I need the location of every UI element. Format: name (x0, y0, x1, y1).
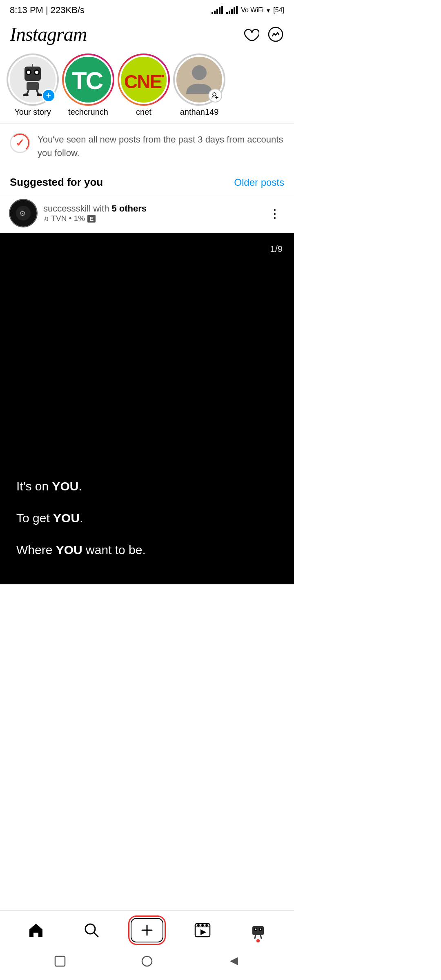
seen-all-checkmark: ✓ (10, 133, 30, 153)
suggested-header: Suggested for you Older posts (0, 169, 294, 193)
suggested-title: Suggested for you (10, 176, 103, 189)
status-icons: Vo WiFi ▾ [54] (212, 6, 284, 14)
wifi-icon: ▾ (267, 7, 270, 14)
follow-story-button[interactable] (208, 89, 222, 102)
explicit-badge: E (87, 215, 96, 223)
music-info: TVN • 1% (51, 214, 85, 223)
story-label-anthan149: anthan149 (180, 107, 219, 117)
post-content: 1/9 It's on YOU. To get YOU. Where YOU w… (0, 233, 294, 584)
app-logo: Instagram (10, 23, 87, 45)
seen-all-banner: ✓ You've seen all new posts from the pas… (0, 123, 294, 169)
your-story-avatar-wrap[interactable]: + (8, 55, 57, 104)
author-meta: ♫ TVN • 1% E (43, 214, 265, 223)
messenger-icon[interactable] (267, 26, 284, 43)
post-counter: 1/9 (270, 244, 283, 254)
older-posts-button[interactable]: Older posts (234, 177, 284, 188)
header-action-icons (242, 26, 284, 43)
signal-bars-1 (212, 6, 223, 14)
more-options-button[interactable]: ⋮ (265, 206, 284, 220)
story-label-cnet: cnet (136, 107, 151, 117)
post-text: It's on YOU. To get YOU. Where YOU want … (16, 477, 278, 560)
author-name: successskill with 5 others (43, 203, 265, 214)
seen-all-text: You've seen all new posts from the past … (38, 133, 284, 160)
svg-text:TC: TC (72, 67, 103, 94)
post-author-row: ⚙ successskill with 5 others ♫ TVN • 1% … (0, 193, 294, 233)
svg-point-0 (269, 27, 283, 41)
status-bar: 8:13 PM | 223KB/s Vo WiFi ▾ [54] (0, 0, 294, 19)
signal-bars-2 (226, 6, 238, 14)
stories-row[interactable]: + Your story TC techcrunch (0, 51, 294, 123)
app-header: Instagram (0, 19, 294, 51)
techcrunch-avatar: TC (64, 55, 113, 104)
story-item-techcrunch[interactable]: TC techcrunch (64, 55, 113, 117)
post-line-2: To get YOU. (16, 508, 278, 528)
svg-point-14 (192, 65, 207, 80)
story-item-anthan149[interactable]: anthan149 (175, 55, 224, 117)
author-info: successskill with 5 others ♫ TVN • 1% E (43, 203, 265, 223)
svg-text:CNET: CNET (124, 71, 164, 91)
story-label-your-story: Your story (14, 107, 51, 117)
svg-rect-7 (27, 82, 39, 90)
status-time: 8:13 PM | 223KB/s (10, 5, 85, 16)
story-item-cnet[interactable]: CNET cnet (119, 55, 168, 117)
techcrunch-avatar-wrap[interactable]: TC (64, 55, 113, 104)
like-notifications-icon[interactable] (242, 26, 259, 43)
story-item-your-story[interactable]: + Your story (8, 55, 57, 117)
post-line-3: Where YOU want to be. (16, 540, 278, 560)
story-label-techcrunch: techcrunch (68, 107, 108, 117)
battery-label: [54] (273, 7, 284, 14)
svg-point-4 (27, 71, 30, 74)
svg-point-15 (213, 93, 216, 96)
add-story-button[interactable]: + (42, 89, 56, 102)
svg-point-5 (35, 71, 38, 74)
successskill-avatar[interactable]: ⚙ (10, 200, 37, 227)
music-note-icon: ♫ (43, 214, 49, 223)
anthan149-avatar-wrap[interactable] (175, 55, 224, 104)
post-line-1: It's on YOU. (16, 477, 278, 496)
cnet-avatar: CNET (119, 55, 168, 104)
vo-wifi-label: Vo WiFi (241, 7, 263, 14)
cnet-avatar-wrap[interactable]: CNET (119, 55, 168, 104)
